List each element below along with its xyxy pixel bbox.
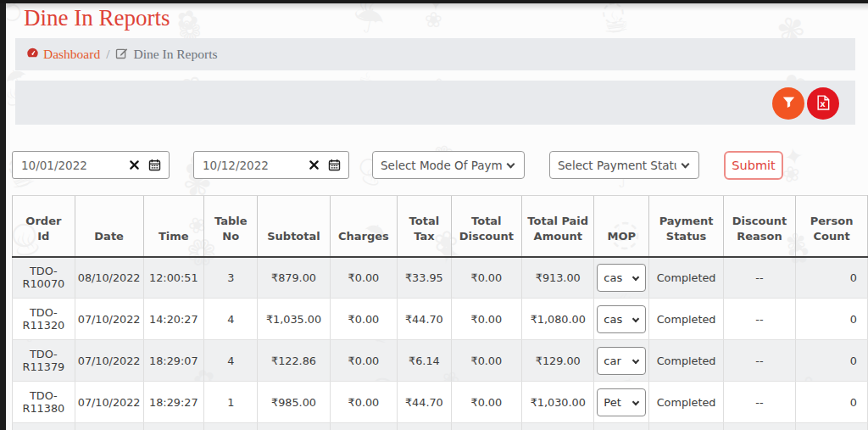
cell-discount-reason: -- bbox=[723, 257, 795, 299]
cell-total-discount: ₹0.00 bbox=[451, 382, 522, 423]
cell-total-tax: ₹33.95 bbox=[398, 257, 451, 299]
cell-table-no: 4 bbox=[204, 340, 258, 382]
col-order-id: Order Id bbox=[13, 196, 75, 257]
cell-total-paid-amount: ₹1,080.00 bbox=[522, 299, 594, 340]
breadcrumb-dashboard-label: Dashboard bbox=[43, 47, 100, 62]
table-header: Order Id Date Time Table No Subtotal Cha… bbox=[13, 196, 868, 257]
cell-order-id: TDO-R11379 bbox=[13, 340, 75, 382]
cell-mop: Pet bbox=[594, 382, 649, 423]
breadcrumb-separator: / bbox=[106, 47, 109, 62]
cell-person-count: 0 bbox=[796, 340, 868, 382]
cell-charges: ₹0.00 bbox=[330, 299, 398, 340]
cell-payment-status: Completed bbox=[649, 257, 723, 299]
col-date: Date bbox=[75, 196, 143, 257]
table-row: TDO-R11380 07/10/2022 18:29:27 1 ₹985.00… bbox=[13, 382, 868, 423]
table-row: TDO-R11379 07/10/2022 18:29:07 4 ₹122.86… bbox=[13, 340, 868, 382]
cell-person-count: 0 bbox=[796, 257, 868, 299]
mop-select[interactable]: Pet bbox=[598, 389, 645, 416]
cell-total-discount: ₹0.00 bbox=[451, 257, 522, 299]
cell-total-tax: ₹44.70 bbox=[398, 382, 451, 423]
cell-order-id: TDO-R11320 bbox=[13, 299, 75, 340]
col-charges: Charges bbox=[330, 196, 398, 257]
cell-person-count: 0 bbox=[796, 299, 868, 340]
cell-date: 08/10/2022 bbox=[75, 257, 143, 299]
cell-order-id: TDO-R11380 bbox=[13, 382, 75, 423]
cell-subtotal: ₹1,035.00 bbox=[258, 299, 330, 340]
date-from-clear-icon[interactable] bbox=[130, 160, 139, 170]
toolbar: X bbox=[15, 81, 855, 125]
cell-time: 18:29:27 bbox=[143, 382, 204, 423]
top-edge-shadow bbox=[6, 3, 868, 11]
breadcrumb: Dashboard / Dine In Reports bbox=[15, 38, 855, 70]
cell-time: 14:20:27 bbox=[143, 299, 204, 340]
submit-button[interactable]: Submit bbox=[724, 151, 783, 180]
table-row-partial bbox=[13, 423, 868, 430]
cell-date: 07/10/2022 bbox=[75, 340, 143, 382]
cell-mop: cas bbox=[594, 299, 649, 340]
cell-person-count: 0 bbox=[796, 382, 868, 423]
col-discount-reason: Discount Reason bbox=[723, 196, 795, 257]
payment-status-select[interactable]: Select Payment Status bbox=[550, 152, 698, 178]
export-excel-icon: X bbox=[815, 94, 832, 114]
cell-table-no: 1 bbox=[204, 382, 258, 423]
col-payment-status: Payment Status bbox=[649, 196, 723, 257]
breadcrumb-dashboard-link[interactable]: Dashboard bbox=[26, 47, 100, 63]
breadcrumb-current: Dine In Reports bbox=[115, 47, 217, 63]
date-from-input[interactable] bbox=[13, 152, 130, 178]
mop-select[interactable]: car bbox=[598, 348, 645, 374]
filter-button[interactable] bbox=[772, 87, 804, 120]
filter-funnel-icon bbox=[782, 95, 796, 112]
payment-status-select-wrap: Select Payment Status bbox=[549, 151, 699, 179]
cell-total-paid-amount: ₹1,030.00 bbox=[522, 382, 594, 423]
col-total-discount: Total Discount bbox=[451, 196, 522, 257]
col-time: Time bbox=[143, 196, 204, 257]
cell-payment-status: Completed bbox=[649, 382, 723, 423]
mop-select-wrap: cas bbox=[597, 305, 646, 333]
cell-time: 18:29:07 bbox=[143, 340, 204, 382]
col-subtotal: Subtotal bbox=[258, 196, 330, 257]
cell-total-paid-amount: ₹913.00 bbox=[522, 257, 594, 299]
col-total-paid-amount: Total Paid Amount bbox=[522, 196, 594, 257]
cell-subtotal: ₹122.86 bbox=[258, 340, 330, 382]
table-body: TDO-R10070 08/10/2022 12:00:51 3 ₹879.00… bbox=[13, 257, 868, 430]
table-row: TDO-R10070 08/10/2022 12:00:51 3 ₹879.00… bbox=[13, 257, 868, 299]
cell-total-discount: ₹0.00 bbox=[451, 340, 522, 382]
cell-date: 07/10/2022 bbox=[75, 382, 143, 423]
cell-total-tax: ₹6.14 bbox=[398, 340, 451, 382]
date-to-calendar-icon[interactable] bbox=[328, 159, 341, 171]
cell-discount-reason: -- bbox=[723, 382, 795, 423]
mode-of-payment-select-wrap: Select Mode Of Payment bbox=[372, 151, 525, 179]
date-from-calendar-icon[interactable] bbox=[148, 159, 161, 171]
reports-table: Order Id Date Time Table No Subtotal Cha… bbox=[12, 195, 868, 430]
window-left-edge bbox=[0, 0, 6, 430]
cell-charges: ₹0.00 bbox=[330, 340, 398, 382]
edit-pencil-icon bbox=[115, 47, 128, 63]
cell-order-id: TDO-R10070 bbox=[13, 257, 75, 299]
date-from-field bbox=[12, 151, 170, 179]
export-excel-button[interactable]: X bbox=[807, 87, 839, 120]
date-to-field bbox=[193, 151, 349, 179]
mop-select[interactable]: cas bbox=[598, 265, 645, 291]
cell-payment-status: Completed bbox=[649, 299, 723, 340]
date-to-input[interactable] bbox=[194, 152, 309, 178]
cell-mop: cas bbox=[594, 257, 649, 299]
cell-payment-status: Completed bbox=[649, 340, 723, 382]
mode-of-payment-select[interactable]: Select Mode Of Payment bbox=[373, 152, 524, 178]
date-to-clear-icon[interactable] bbox=[309, 160, 319, 170]
cell-table-no: 4 bbox=[204, 299, 258, 340]
cell-total-paid-amount: ₹129.00 bbox=[522, 340, 594, 382]
cell-subtotal: ₹985.00 bbox=[258, 382, 330, 423]
cell-discount-reason: -- bbox=[723, 340, 795, 382]
cell-total-discount: ₹0.00 bbox=[451, 299, 522, 340]
mop-select[interactable]: cas bbox=[598, 306, 645, 332]
mop-select-wrap: car bbox=[597, 347, 646, 375]
cell-mop: car bbox=[594, 340, 649, 382]
cell-time: 12:00:51 bbox=[143, 257, 204, 299]
cell-date: 07/10/2022 bbox=[75, 299, 143, 340]
cell-charges: ₹0.00 bbox=[330, 257, 398, 299]
col-total-tax: Total Tax bbox=[398, 196, 451, 257]
table-row: TDO-R11320 07/10/2022 14:20:27 4 ₹1,035.… bbox=[13, 299, 868, 340]
window-top-edge bbox=[0, 0, 868, 3]
filter-row: Select Mode Of Payment Select Payment St… bbox=[12, 151, 783, 179]
dine-in-reports-page: ☕✿♨❀◌✾○❁☂✦☕✿♨❀◌✾○❁☂✦☕✿♨❀◌✾○❁☂✦☕✿♨❀◌✾○❁☂✦… bbox=[0, 0, 868, 430]
